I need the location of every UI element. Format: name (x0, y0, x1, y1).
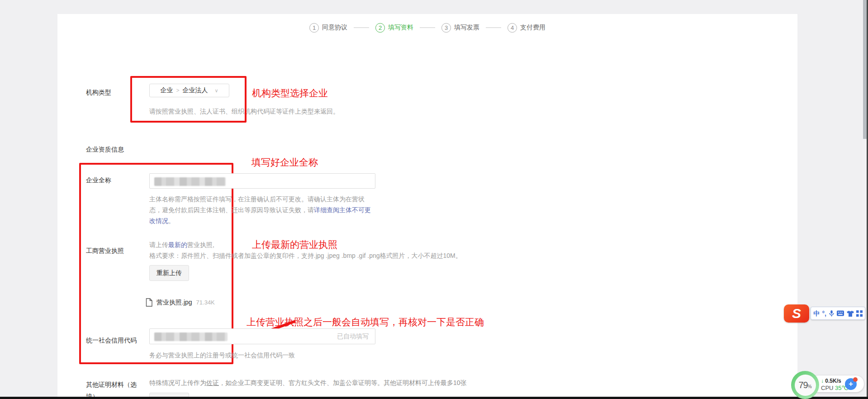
credit-code-label: 统一社会信用代码 (86, 337, 137, 345)
company-name-input[interactable] (149, 173, 375, 189)
credit-code-note: 务必与营业执照上的注册号或统一社会信用代码一致 (149, 350, 295, 361)
sogou-logo[interactable]: S (784, 304, 809, 323)
memory-usage-ball[interactable]: 79 % (791, 371, 819, 399)
step-fill-info[interactable]: 2 填写资料 (375, 23, 413, 33)
company-name-description: 主体名称需严格按照证件填写，在注册确认后不可更改。请确认主体为在营状 态，避免付… (149, 194, 371, 226)
notification-dot (853, 377, 858, 382)
cpu-label: CPU (821, 385, 833, 391)
chevron-down-icon: ∨ (214, 88, 218, 94)
file-icon (146, 298, 152, 307)
subject-change-link[interactable]: 详细查阅主体不可更 (314, 206, 371, 214)
uploaded-file-name: 营业执照.jpg (157, 299, 192, 307)
microphone-icon[interactable] (829, 310, 835, 317)
org-type-label: 机构类型 (86, 89, 111, 97)
soft-keyboard-icon[interactable] (837, 310, 844, 316)
annotation-company-name: 填写好企业全称 (251, 156, 318, 169)
company-name-redacted-value (154, 177, 226, 186)
uploaded-file-size: 71.34K (196, 299, 215, 306)
evidence-underlined: 佐证 (206, 379, 219, 386)
license-format-requirements: 格式要求：原件照片、扫描件或者加盖公章的复印件，支持.jpg .jpeg .bm… (149, 250, 462, 261)
latest-license-link[interactable]: 最新的 (168, 241, 187, 248)
annotation-org-type: 机构类型选择企业 (252, 87, 328, 100)
network-speed: 0.5K/s (825, 378, 841, 384)
subject-change-link-wrap[interactable]: 改情况 (149, 217, 168, 224)
step-pay[interactable]: 4 支付费用 (508, 23, 545, 33)
step-agree[interactable]: 1 同意协议 (309, 23, 347, 33)
step-invoice[interactable]: 3 填写发票 (441, 23, 479, 33)
step-indicator: 1 同意协议 2 填写资料 3 填写发票 4 支付费用 (57, 21, 797, 34)
annotation-license: 上传最新的营业执照 (252, 238, 337, 251)
org-type-hint: 请按照营业执照、法人证书、组织机构代码证等证件上类型来返回。 (149, 106, 339, 117)
step-1-label: 同意协议 (322, 24, 347, 32)
section-title-qualification: 企业资质信息 (86, 146, 124, 154)
other-materials-description: 特殊情况可上传作为佐证，如企业工商变更证明、官方红头文件、加盖公章证明等。其他证… (149, 379, 467, 387)
company-name-label: 企业全称 (86, 176, 111, 185)
other-materials-label: 其他证明材料（选填） (86, 379, 141, 399)
step-4-circle: 4 (508, 23, 517, 33)
memory-percent: 79 (798, 380, 807, 390)
org-type-value-main: 企业 (160, 86, 173, 95)
org-type-separator: > (176, 87, 179, 94)
business-license-label: 工商营业执照 (86, 247, 124, 255)
step-divider (354, 27, 369, 28)
step-divider (486, 27, 501, 28)
step-2-label: 填写资料 (388, 24, 413, 32)
credit-code-input[interactable]: 已自动填写 (149, 328, 375, 344)
memory-percent-unit: % (808, 384, 812, 389)
toolbox-grid-icon[interactable] (856, 310, 863, 317)
uploaded-file-row[interactable]: 营业执照.jpg 71.34K (146, 298, 215, 307)
step-2-circle: 2 (375, 23, 385, 33)
step-divider (420, 27, 435, 28)
ime-toolbar: 中 °, (811, 307, 865, 320)
download-arrow-icon: ↓ (821, 378, 824, 384)
step-1-circle: 1 (309, 23, 319, 33)
step-4-label: 支付费用 (520, 24, 545, 32)
org-type-dropdown[interactable]: 企业 > 企业法人 ∨ (149, 84, 229, 97)
skin-shirt-icon[interactable] (847, 310, 854, 317)
page: 1 同意协议 2 填写资料 3 填写发票 4 支付费用 机构类型 企业 > 企业… (0, 0, 868, 399)
credit-code-placeholder: 已自动填写 (337, 329, 369, 344)
org-type-value-sub: 企业法人 (182, 86, 208, 95)
taskbar-edge (0, 397, 868, 399)
step-3-circle: 3 (441, 23, 451, 33)
ime-punctuation-icon[interactable]: °, (822, 310, 826, 317)
credit-code-redacted-value (154, 332, 228, 341)
ime-chinese-mode-icon[interactable]: 中 (813, 310, 820, 317)
reupload-button[interactable]: 重新上传 (149, 265, 189, 281)
step-3-label: 填写发票 (454, 24, 479, 32)
